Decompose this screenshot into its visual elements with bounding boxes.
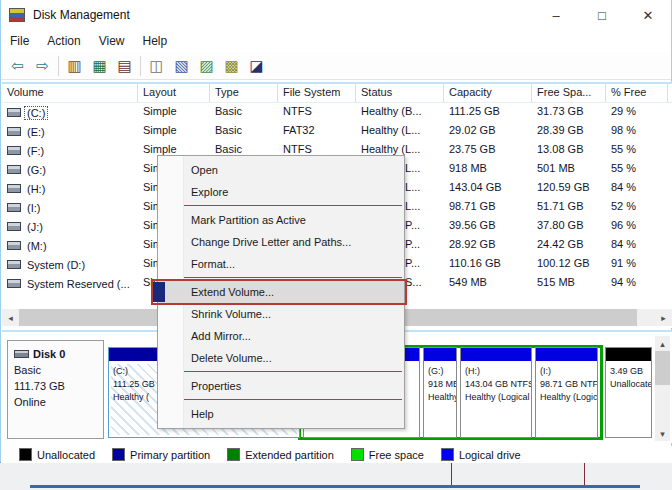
column-header[interactable]: File System (278, 84, 356, 102)
volume-cell: 110.16 GB (444, 255, 532, 274)
context-menu-item-mark-partition-as-active[interactable]: Mark Partition as Active (158, 209, 404, 231)
drive-icon (7, 203, 21, 212)
annotation-navy-mark (153, 282, 165, 302)
volume-cell: 100.12 GB (532, 255, 606, 274)
maximize-button[interactable]: □ (579, 0, 625, 30)
volume-list-header: VolumeLayoutTypeFile SystemStatusCapacit… (2, 84, 672, 103)
disk-blue-icon[interactable]: ▧ (169, 54, 194, 77)
volume-cell: 23.75 GB (444, 141, 532, 160)
view-icon[interactable]: ◫ (144, 54, 169, 77)
vertical-scroll-thumb[interactable] (655, 351, 670, 385)
disk-size: 111.73 GB (14, 378, 97, 394)
partition-color-bar (461, 348, 531, 361)
context-menu-item-explore[interactable]: Explore (158, 181, 404, 203)
drive-icon (7, 146, 21, 155)
volume-cell: 98 % (606, 122, 668, 141)
volume-cell: 55 % (606, 160, 668, 179)
context-menu-item-add-mirror[interactable]: Add Mirror... (158, 325, 404, 347)
column-header[interactable]: Status (356, 84, 444, 102)
column-header[interactable]: Volume (2, 84, 138, 102)
context-menu-item-delete-volume[interactable]: Delete Volume... (158, 347, 404, 369)
menubar-item-file[interactable]: File (1, 31, 38, 51)
disk-status: Online (14, 394, 97, 410)
volume-row[interactable]: (E:)SimpleBasicFAT32Healthy (L...29.02 G… (2, 122, 672, 141)
volume-cell: Healthy (B... (356, 103, 444, 122)
window-title: Disk Management (33, 8, 130, 22)
properties-icon[interactable]: ▦ (87, 54, 112, 77)
back-icon[interactable]: ⇦ (5, 54, 30, 77)
volume-label: System (D:) (25, 259, 87, 271)
show-console-tree-icon[interactable]: ▥ (62, 54, 87, 77)
column-header[interactable]: % Free (606, 84, 668, 102)
partition-color-bar (536, 348, 597, 361)
menu-bar: FileActionViewHelp (1, 30, 671, 52)
volume-cell: 549 MB (444, 274, 532, 293)
volume-cell: Basic (210, 103, 278, 122)
legend-item-logical-drive: Logical drive (441, 448, 521, 461)
close-button[interactable]: ✕ (625, 0, 671, 30)
volume-label: (M:) (25, 240, 49, 252)
page-background (0, 463, 672, 490)
disk-yellow-icon[interactable]: ▩ (219, 54, 244, 77)
column-header[interactable]: Layout (138, 84, 210, 102)
partition-color-bar (606, 348, 651, 361)
drive-icon (7, 279, 21, 288)
volume-cell: 28.39 GB (532, 122, 606, 141)
toolbar: ⇦⇨▥▦▤◫▧▨▩◪ (1, 52, 671, 80)
context-menu-item-change-drive-letter-and-paths[interactable]: Change Drive Letter and Paths... (158, 231, 404, 253)
context-menu-separator (160, 205, 402, 206)
context-menu-item-shrink-volume[interactable]: Shrink Volume... (158, 303, 404, 325)
volume-name-cell: System (D:) (2, 255, 138, 274)
disk-block-partition-h[interactable]: (H:)143.04 GB NTFSHealthy (Logical Drive… (460, 347, 532, 438)
partition-text: 3.49 GBUnallocated (606, 361, 651, 391)
legend-color-swatch (351, 448, 364, 461)
volume-cell: 52 % (606, 198, 668, 217)
partition-text: (G:)918 MBHealthy ( (424, 361, 456, 404)
column-header[interactable]: Capacity (444, 84, 532, 102)
context-menu-item-properties[interactable]: Properties (158, 375, 404, 397)
scroll-right-icon[interactable]: ▸ (655, 309, 672, 326)
context-menu-item-extend-volume[interactable]: Extend Volume... (158, 281, 404, 303)
volume-cell: 51.71 GB (532, 198, 606, 217)
forward-icon[interactable]: ⇨ (30, 54, 55, 77)
context-menu: OpenExploreMark Partition as ActiveChang… (157, 155, 405, 429)
vertical-scrollbar[interactable]: ▴ ▾ (655, 336, 670, 441)
disk-icon (14, 350, 29, 358)
help-window-icon[interactable]: ▤ (112, 54, 137, 77)
column-header[interactable]: Type (210, 84, 278, 102)
disk-green-icon[interactable]: ▨ (194, 54, 219, 77)
volume-label: (I:) (25, 202, 42, 214)
scroll-up-icon[interactable]: ▴ (655, 336, 670, 351)
context-menu-item-help[interactable]: Help (158, 403, 404, 425)
legend-item-extended-partition: Extended partition (227, 448, 334, 461)
volume-cell: FAT32 (278, 122, 356, 141)
context-menu-item-format[interactable]: Format... (158, 253, 404, 275)
legend-color-swatch (19, 448, 32, 461)
disk-block-partition-i[interactable]: (I:)98.71 GB NTFSHealthy (Logical Drive) (535, 347, 598, 438)
column-header[interactable]: Free Spa... (532, 84, 606, 102)
minimize-button[interactable]: – (533, 0, 579, 30)
help-icon[interactable]: ◪ (244, 54, 269, 77)
legend-label: Logical drive (459, 449, 521, 461)
volume-name-cell: System Reserved (... (2, 274, 138, 293)
volume-cell: 143.04 GB (444, 179, 532, 198)
drive-icon (7, 184, 21, 193)
scroll-down-icon[interactable]: ▾ (655, 426, 670, 441)
volume-cell: 28.92 GB (444, 236, 532, 255)
menubar-item-help[interactable]: Help (134, 31, 177, 51)
volume-name-cell: (G:) (2, 160, 138, 179)
volume-row[interactable]: (C:)SimpleBasicNTFSHealthy (B...111.25 G… (2, 103, 672, 122)
menubar-item-view[interactable]: View (90, 31, 134, 51)
app-icon (9, 8, 25, 22)
scroll-left-icon[interactable]: ◂ (2, 309, 19, 326)
volume-cell: Simple (138, 103, 210, 122)
partition-text: (H:)143.04 GB NTFSHealthy (Logical Drive… (461, 361, 531, 404)
disk-block-partition-g[interactable]: (G:)918 MBHealthy ( (423, 347, 457, 438)
menubar-item-action[interactable]: Action (38, 31, 89, 51)
volume-cell: 111.25 GB (444, 103, 532, 122)
drive-icon (7, 127, 21, 136)
disk-block-unallocated[interactable]: 3.49 GBUnallocated (605, 347, 652, 438)
legend-item-primary-partition: Primary partition (112, 448, 210, 461)
context-menu-item-open[interactable]: Open (158, 159, 404, 181)
disk0-info-cell[interactable]: Disk 0 Basic 111.73 GB Online (7, 340, 104, 439)
